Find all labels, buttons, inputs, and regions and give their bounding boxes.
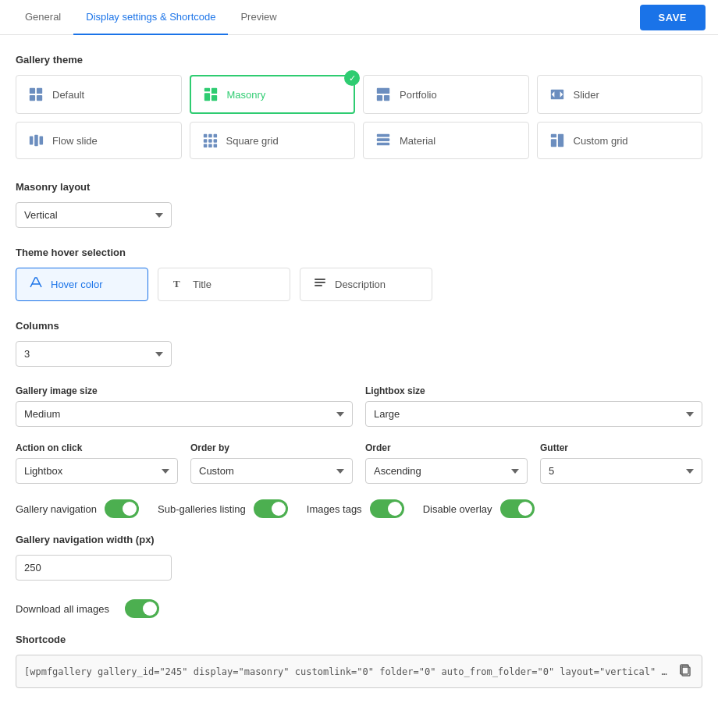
svg-rect-17 bbox=[203, 134, 207, 138]
theme-card-portfolio-label: Portfolio bbox=[400, 89, 437, 101]
svg-rect-2 bbox=[30, 95, 35, 101]
theme-card-flow-slide[interactable]: Flow slide bbox=[16, 122, 182, 159]
save-button[interactable]: SAVE bbox=[640, 5, 706, 30]
disable-overlay-toggle[interactable] bbox=[500, 499, 535, 518]
flow-icon bbox=[27, 132, 44, 149]
theme-card-material[interactable]: Material bbox=[363, 122, 529, 159]
nav-width-input[interactable] bbox=[16, 555, 172, 581]
disable-overlay-label: Disable overlay bbox=[423, 503, 492, 515]
svg-rect-0 bbox=[30, 88, 35, 94]
gutter-label: Gutter bbox=[540, 442, 702, 453]
sub-galleries-toggle[interactable] bbox=[254, 499, 288, 518]
svg-rect-27 bbox=[377, 138, 389, 141]
description-icon bbox=[313, 276, 327, 293]
sub-galleries-toggle-item: Sub-galleries listing bbox=[158, 499, 288, 518]
svg-rect-21 bbox=[208, 139, 212, 143]
hover-option-title[interactable]: T Title bbox=[158, 268, 290, 301]
svg-rect-18 bbox=[208, 134, 212, 138]
tab-bar: General Display settings & Shortcode Pre… bbox=[0, 0, 718, 35]
svg-rect-15 bbox=[34, 135, 38, 147]
tab-general[interactable]: General bbox=[12, 0, 73, 35]
gallery-image-size-group: Gallery image size Thumbnail Medium Larg… bbox=[16, 385, 353, 427]
nav-width-title: Gallery navigation width (px) bbox=[16, 534, 702, 545]
tab-display-settings[interactable]: Display settings & Shortcode bbox=[73, 0, 228, 35]
images-tags-toggle-item: Images tags bbox=[307, 499, 404, 518]
columns-select[interactable]: 1 2 3 4 5 6 bbox=[16, 341, 172, 367]
theme-card-slider[interactable]: Slider bbox=[537, 75, 703, 114]
content-area: Gallery theme Default bbox=[0, 35, 718, 726]
grid-icon bbox=[27, 86, 44, 103]
svg-rect-8 bbox=[377, 88, 389, 94]
sub-galleries-label: Sub-galleries listing bbox=[158, 503, 246, 515]
download-all-toggle[interactable] bbox=[125, 599, 159, 618]
square-icon bbox=[201, 132, 219, 149]
action-on-click-select[interactable]: Lightbox Link None bbox=[16, 458, 178, 484]
download-all-label: Download all images bbox=[16, 603, 109, 615]
theme-card-default-label: Default bbox=[52, 89, 84, 101]
svg-rect-31 bbox=[550, 139, 556, 147]
gutter-select[interactable]: 0 2 5 10 15 20 bbox=[540, 458, 702, 484]
action-order-row: Action on click Lightbox Link None Order… bbox=[16, 442, 702, 484]
masonry-icon bbox=[202, 86, 219, 103]
order-by-select[interactable]: Custom Date Title ID bbox=[190, 458, 353, 484]
images-tags-label: Images tags bbox=[307, 503, 362, 515]
theme-card-masonry[interactable]: ✓ Masonry bbox=[190, 75, 356, 114]
svg-rect-1 bbox=[37, 88, 42, 94]
columns-title: Columns bbox=[16, 320, 702, 332]
svg-rect-24 bbox=[208, 144, 212, 148]
hover-option-hover-color[interactable]: Hover color bbox=[16, 268, 148, 301]
custom-grid-icon bbox=[549, 132, 566, 149]
action-on-click-group: Action on click Lightbox Link None bbox=[16, 442, 178, 484]
svg-rect-26 bbox=[377, 134, 389, 137]
columns-section: Columns 1 2 3 4 5 6 bbox=[16, 320, 702, 367]
theme-card-default[interactable]: Default bbox=[16, 75, 182, 114]
masonry-layout-select[interactable]: Vertical Horizontal bbox=[16, 202, 172, 228]
masonry-layout-title: Masonry layout bbox=[16, 181, 702, 193]
theme-card-custom-grid-label: Custom grid bbox=[574, 135, 628, 147]
copy-shortcode-button[interactable] bbox=[677, 662, 694, 681]
size-row: Gallery image size Thumbnail Medium Larg… bbox=[16, 385, 702, 427]
svg-rect-30 bbox=[557, 134, 563, 147]
gallery-theme-section: Gallery theme Default bbox=[16, 54, 702, 159]
gallery-navigation-toggle-item: Gallery navigation bbox=[16, 499, 139, 518]
slider-icon bbox=[549, 86, 566, 103]
svg-rect-28 bbox=[377, 143, 389, 146]
shortcode-section: Shortcode [wpmfgallery gallery_id="245" … bbox=[16, 634, 702, 688]
tabs-left: General Display settings & Shortcode Pre… bbox=[12, 0, 290, 34]
main-container: General Display settings & Shortcode Pre… bbox=[0, 0, 718, 726]
portfolio-icon bbox=[375, 86, 392, 103]
hover-color-label: Hover color bbox=[51, 279, 102, 290]
theme-card-square-grid-label: Square grid bbox=[226, 135, 279, 147]
masonry-layout-section: Masonry layout Vertical Horizontal bbox=[16, 181, 702, 228]
hover-option-description[interactable]: Description bbox=[300, 268, 432, 301]
nav-width-section: Gallery navigation width (px) bbox=[16, 534, 702, 581]
svg-rect-22 bbox=[213, 139, 217, 143]
hover-color-icon bbox=[29, 276, 43, 293]
gallery-navigation-toggle[interactable] bbox=[105, 499, 139, 518]
gallery-image-size-select[interactable]: Thumbnail Medium Large Full bbox=[16, 401, 353, 427]
theme-card-portfolio[interactable]: Portfolio bbox=[363, 75, 529, 114]
svg-rect-16 bbox=[40, 137, 44, 145]
tab-preview[interactable]: Preview bbox=[228, 0, 289, 35]
disable-overlay-toggle-item: Disable overlay bbox=[423, 499, 535, 518]
order-select[interactable]: Ascending Descending bbox=[365, 458, 528, 484]
theme-hover-section: Theme hover selection Hover color T bbox=[16, 247, 702, 301]
theme-card-masonry-label: Masonry bbox=[227, 89, 266, 101]
svg-rect-10 bbox=[384, 95, 389, 101]
svg-rect-14 bbox=[30, 137, 34, 145]
material-icon bbox=[375, 132, 392, 149]
svg-rect-7 bbox=[211, 95, 216, 101]
order-label: Order bbox=[365, 442, 528, 453]
lightbox-size-select[interactable]: Small Medium Large Full bbox=[365, 401, 702, 427]
theme-card-custom-grid[interactable]: Custom grid bbox=[537, 122, 703, 159]
toggles-row: Gallery navigation Sub-galleries listing… bbox=[16, 499, 702, 518]
images-tags-toggle[interactable] bbox=[370, 499, 404, 518]
svg-rect-20 bbox=[203, 139, 207, 143]
theme-card-material-label: Material bbox=[400, 135, 435, 147]
selected-check-icon: ✓ bbox=[344, 70, 360, 86]
theme-hover-title: Theme hover selection bbox=[16, 247, 702, 258]
order-group: Order Ascending Descending bbox=[365, 442, 528, 484]
gallery-theme-title: Gallery theme bbox=[16, 54, 702, 66]
theme-card-square-grid[interactable]: Square grid bbox=[190, 122, 356, 159]
svg-rect-25 bbox=[213, 144, 217, 148]
